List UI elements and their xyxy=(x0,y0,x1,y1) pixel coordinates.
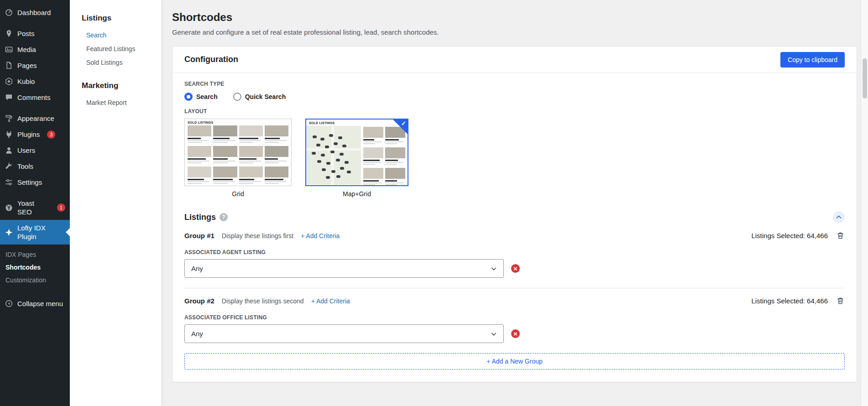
sidebar-item-settings[interactable]: Settings xyxy=(0,174,70,190)
add-new-group-button[interactable]: + Add a New Group xyxy=(184,353,845,370)
layout-option-label: Grid xyxy=(184,190,292,198)
nav-item-search[interactable]: Search xyxy=(82,28,155,42)
sidebar-item-label: Comments xyxy=(17,93,51,102)
sidebar-item-lofty-idx-plugin[interactable]: Lofty IDX Plugin xyxy=(0,220,70,245)
group-divider xyxy=(184,288,845,288)
nav-section-title: Listings xyxy=(82,14,155,23)
remove-criteria-button[interactable]: × xyxy=(511,329,520,338)
collapse-menu-label: Collapse menu xyxy=(17,300,63,307)
help-icon[interactable]: ? xyxy=(220,213,228,221)
group-description: Display these listings first xyxy=(222,232,293,239)
copy-to-clipboard-button[interactable]: Copy to clipboard xyxy=(780,52,845,68)
submenu-item-shortcodes[interactable]: Shortcodes xyxy=(0,261,70,274)
associated-agent-listing-select[interactable]: Any xyxy=(184,259,504,278)
select-value: Any xyxy=(191,265,203,272)
radio-search[interactable]: Search xyxy=(184,93,218,101)
radio-unselected-icon xyxy=(233,93,241,101)
sidebar-item-appearance[interactable]: Appearance xyxy=(0,110,70,126)
nav-item-market-report[interactable]: Market Report xyxy=(82,96,155,109)
section-collapse-button[interactable] xyxy=(833,211,845,223)
submenu-item-idx-pages[interactable]: IDX Pages xyxy=(0,248,70,261)
radio-label: Quick Search xyxy=(245,93,286,100)
search-type-radio-group: Search Quick Search xyxy=(184,93,845,101)
sidebar-item-posts[interactable]: Posts xyxy=(0,26,70,42)
remove-criteria-button[interactable]: × xyxy=(511,264,520,273)
add-criteria-link[interactable]: + Add Criteria xyxy=(301,232,340,239)
checkmark-icon: ✓ xyxy=(401,120,406,127)
scrollbar-thumb[interactable] xyxy=(863,58,867,99)
sidebar-item-label: Yoast SEO xyxy=(17,199,50,216)
group-name: Group #1 xyxy=(184,232,214,239)
appearance-icon xyxy=(5,114,13,123)
sidebar-item-plugins[interactable]: Plugins 3 xyxy=(0,126,70,142)
radio-quick-search[interactable]: Quick Search xyxy=(233,93,286,101)
menu-separator xyxy=(0,21,70,26)
media-icon xyxy=(5,45,13,54)
associated-office-listing-select[interactable]: Any xyxy=(184,324,504,343)
wordpress-admin: Dashboard Posts Media Pages Kubio Commen… xyxy=(0,0,868,406)
associated-agent-listing-label: ASSOCIATED AGENT LISTING xyxy=(184,249,845,255)
sidebar-item-label: Lofty IDX Plugin xyxy=(17,224,65,241)
yoast-icon xyxy=(5,203,13,212)
pages-icon xyxy=(5,61,13,70)
nav-section-title: Marketing xyxy=(82,81,155,90)
tools-icon xyxy=(5,162,13,171)
sidebar-item-comments[interactable]: Comments xyxy=(0,89,70,105)
menu-separator xyxy=(0,105,70,110)
preview-header-text: SOLD LISTINGS xyxy=(306,120,408,126)
add-criteria-link[interactable]: + Add Criteria xyxy=(311,297,350,305)
nav-section-listings: Listings Search Featured Listings Sold L… xyxy=(82,14,155,69)
nav-item-sold-listings[interactable]: Sold Listings xyxy=(82,56,155,69)
radio-selected-icon xyxy=(184,93,193,101)
plugins-update-badge: 3 xyxy=(47,130,55,139)
preview-header-text: SOLD LISTINGS xyxy=(185,119,291,125)
group-actions: Listings Selected: 64,466 xyxy=(751,231,845,240)
listings-section-header: Listings ? xyxy=(184,211,845,223)
listings-selected-count: Listings Selected: 64,466 xyxy=(751,232,828,239)
yoast-notification-badge: 1 xyxy=(57,203,65,212)
comment-icon xyxy=(5,93,13,102)
layout-option-map-grid[interactable]: ✓ SOLD LISTINGS Map+Grid xyxy=(305,119,408,198)
collapse-arrow-icon xyxy=(5,299,13,308)
submenu-item-customization[interactable]: Customization xyxy=(0,274,70,286)
sidebar-item-label: Appearance xyxy=(17,114,54,123)
chevron-down-icon xyxy=(491,331,497,337)
associated-office-listing-row: Any × xyxy=(184,324,845,343)
group-header: Group #2 Display these listings second +… xyxy=(184,297,845,305)
sidebar-item-label: Settings xyxy=(17,178,42,187)
sidebar-item-label: Pages xyxy=(17,61,37,70)
map-grid-preview-cards xyxy=(361,126,408,185)
sidebar-item-tools[interactable]: Tools xyxy=(0,158,70,174)
sidebar-item-dashboard[interactable]: Dashboard xyxy=(0,5,70,21)
sidebar-item-kubio[interactable]: Kubio xyxy=(0,73,70,89)
nav-section-marketing: Marketing Market Report xyxy=(82,81,155,109)
plugin-sidebar: Listings Search Featured Listings Sold L… xyxy=(70,0,161,406)
sidebar-item-yoast-seo[interactable]: Yoast SEO 1 xyxy=(0,195,70,220)
grid-layout-thumbnail: SOLD LISTINGS xyxy=(184,119,292,186)
nav-item-featured-listings[interactable]: Featured Listings xyxy=(82,42,155,56)
sidebar-item-media[interactable]: Media xyxy=(0,42,70,57)
delete-group-button[interactable] xyxy=(836,297,845,305)
user-icon xyxy=(5,146,13,155)
group-description: Display these listings second xyxy=(222,297,304,305)
collapse-menu-button[interactable]: Collapse menu xyxy=(0,296,70,312)
sidebar-item-users[interactable]: Users xyxy=(0,142,70,158)
chevron-down-icon xyxy=(491,265,497,272)
group-actions: Listings Selected: 64,466 xyxy=(751,297,845,305)
configuration-card: Configuration Copy to clipboard SEARCH T… xyxy=(172,46,857,382)
dashboard-icon xyxy=(5,8,13,17)
sidebar-item-label: Media xyxy=(17,45,36,54)
sidebar-item-label: Dashboard xyxy=(17,8,51,17)
sidebar-item-label: Kubio xyxy=(17,77,35,86)
layout-option-grid[interactable]: SOLD LISTINGS Grid xyxy=(184,119,292,198)
configuration-title: Configuration xyxy=(184,55,238,64)
page-description: Generate and configure a set of real est… xyxy=(172,28,857,36)
delete-group-button[interactable] xyxy=(836,231,845,240)
configuration-card-header: Configuration Copy to clipboard xyxy=(173,47,857,73)
page-title: Shortcodes xyxy=(172,11,857,24)
configuration-card-body: SEARCH TYPE Search Quick Search LAYOUT xyxy=(173,73,857,382)
sidebar-item-pages[interactable]: Pages xyxy=(0,57,70,73)
page-scrollbar[interactable] xyxy=(861,0,868,406)
group-name: Group #2 xyxy=(184,297,214,305)
plugin-icon xyxy=(5,130,13,139)
